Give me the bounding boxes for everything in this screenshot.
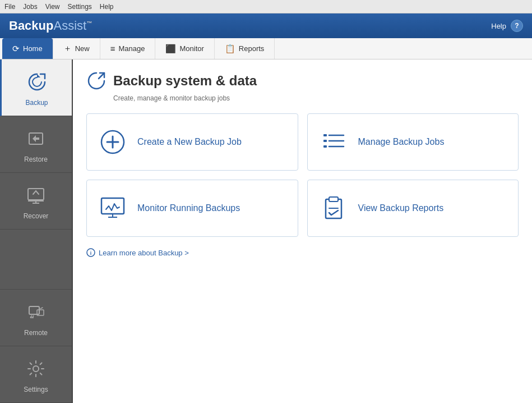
create-backup-card[interactable]: Create a New Backup Job: [86, 113, 298, 171]
help-area: Help ?: [491, 20, 523, 32]
sidebar-item-remote[interactable]: Remote: [0, 290, 72, 346]
tab-new[interactable]: ＋ New: [53, 38, 100, 59]
learn-more-text: Learn more about Backup >: [99, 249, 189, 257]
action-grid: Create a New Backup Job Manage Backup Jo…: [86, 113, 519, 237]
plus-circle-icon: [98, 127, 127, 157]
sidebar-item-settings[interactable]: Settings: [0, 346, 72, 403]
reports-backup-card[interactable]: View Backup Reports: [307, 180, 519, 237]
recover-icon: [22, 182, 49, 209]
content-header: Backup system & data: [86, 71, 519, 91]
monitor-wave-icon: [98, 194, 127, 223]
tab-manage[interactable]: ≡ Manage: [100, 38, 156, 59]
sidebar: Backup Restore: [0, 59, 73, 403]
clipboard-check-icon: [319, 194, 348, 223]
tab-reports-label: Reports: [239, 44, 265, 53]
svg-rect-22: [329, 197, 338, 202]
manage-backup-card[interactable]: Manage Backup Jobs: [307, 113, 519, 171]
menu-file[interactable]: File: [4, 3, 15, 11]
info-icon: i: [86, 248, 95, 257]
menu-help[interactable]: Help: [100, 3, 114, 11]
monitor-icon: ⬛: [165, 44, 176, 54]
menu-jobs[interactable]: Jobs: [23, 3, 37, 11]
content-area: Backup system & data Create, manage & mo…: [73, 59, 532, 403]
tab-monitor-label: Monitor: [179, 44, 203, 53]
list-detail-icon: [319, 127, 348, 157]
learn-more-link[interactable]: i Learn more about Backup >: [86, 248, 519, 257]
menu-settings[interactable]: Settings: [68, 3, 92, 11]
remote-icon: [22, 299, 49, 326]
tab-manage-label: Manage: [118, 44, 145, 53]
menu-view[interactable]: View: [45, 3, 60, 11]
sidebar-item-backup[interactable]: Backup: [0, 59, 72, 116]
backup-icon: [24, 68, 50, 95]
content-backup-icon: [86, 71, 107, 91]
content-subtitle: Create, manage & monitor backup jobs: [113, 94, 519, 102]
plus-icon: ＋: [63, 43, 72, 54]
sidebar-settings-label: Settings: [24, 386, 48, 393]
app-logo: BackupAssist™: [9, 19, 92, 33]
title-bar: BackupAssist™ Help ?: [0, 13, 532, 38]
svg-point-8: [33, 366, 39, 372]
tab-home-label: Home: [23, 44, 43, 53]
page-title: Backup system & data: [113, 73, 257, 89]
sidebar-item-recover[interactable]: Recover: [0, 173, 72, 230]
tab-monitor[interactable]: ⬛ Monitor: [155, 38, 214, 59]
help-button[interactable]: ?: [511, 20, 523, 32]
manage-backup-label: Manage Backup Jobs: [358, 137, 445, 147]
clipboard-icon: 📋: [225, 44, 235, 54]
main-layout: Backup Restore: [0, 59, 532, 403]
monitor-backup-label: Monitor Running Backups: [137, 203, 240, 213]
reports-backup-label: View Backup Reports: [358, 203, 444, 213]
page-title-bold: Backup: [113, 73, 162, 88]
tab-home[interactable]: ⟳ Home: [2, 38, 53, 59]
sidebar-item-restore[interactable]: Restore: [0, 116, 72, 173]
help-label[interactable]: Help: [491, 22, 506, 30]
home-icon: ⟳: [12, 44, 20, 54]
nav-tabs: ⟳ Home ＋ New ≡ Manage ⬛ Monitor 📋 Report…: [0, 38, 532, 59]
list-icon: ≡: [110, 44, 115, 53]
svg-rect-5: [29, 306, 39, 314]
sidebar-spacer: [0, 230, 72, 290]
sidebar-backup-label: Backup: [25, 99, 48, 107]
tab-reports[interactable]: 📋 Reports: [215, 38, 275, 59]
svg-text:i: i: [90, 250, 92, 256]
monitor-backup-card[interactable]: Monitor Running Backups: [86, 180, 298, 237]
tab-new-label: New: [75, 44, 90, 53]
restore-icon: [22, 125, 49, 152]
menu-bar: File Jobs View Settings Help: [0, 0, 532, 13]
page-title-rest: system & data: [162, 73, 257, 88]
sidebar-restore-label: Restore: [24, 155, 48, 163]
sidebar-remote-label: Remote: [24, 329, 48, 337]
svg-rect-18: [101, 198, 124, 214]
settings-icon: [22, 355, 49, 382]
svg-rect-12: [323, 134, 327, 136]
create-backup-label: Create a New Backup Job: [137, 137, 242, 147]
svg-rect-14: [323, 140, 327, 142]
sidebar-recover-label: Recover: [24, 212, 49, 220]
svg-rect-16: [323, 145, 327, 148]
